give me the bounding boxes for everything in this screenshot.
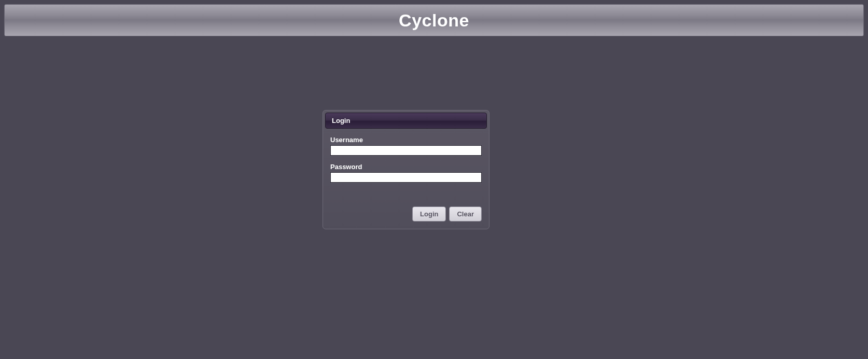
button-row: Login Clear <box>330 206 482 222</box>
login-button[interactable]: Login <box>412 206 446 222</box>
username-input[interactable] <box>330 145 482 156</box>
password-label: Password <box>330 163 482 171</box>
app-title: Cyclone <box>399 10 469 31</box>
login-panel-body: Username Password Login Clear <box>323 131 489 229</box>
header-banner: Cyclone <box>4 4 864 36</box>
login-panel-header: Login <box>325 113 487 129</box>
login-panel: Login Username Password Login Clear <box>323 110 489 229</box>
username-label: Username <box>330 136 482 144</box>
password-input[interactable] <box>330 172 482 183</box>
clear-button[interactable]: Clear <box>449 206 482 222</box>
username-field-group: Username <box>330 136 482 156</box>
password-field-group: Password <box>330 163 482 183</box>
